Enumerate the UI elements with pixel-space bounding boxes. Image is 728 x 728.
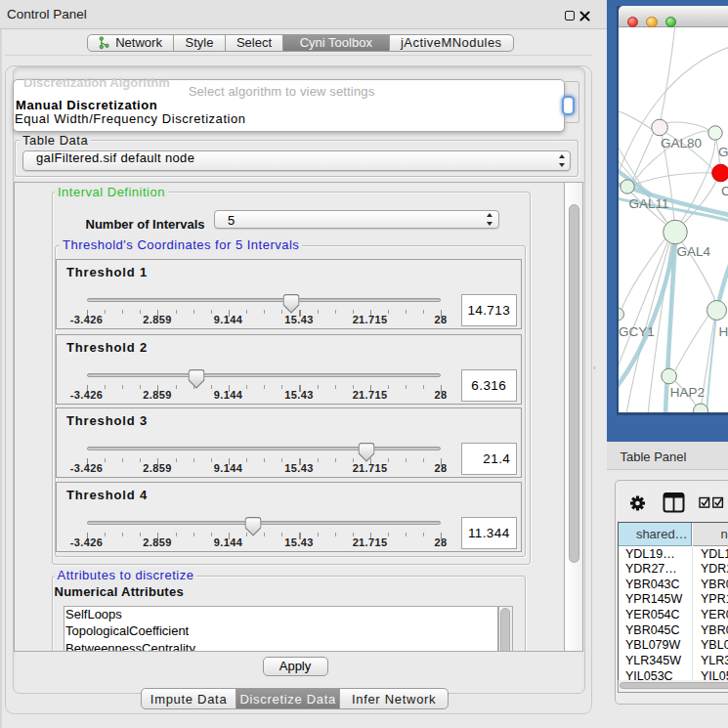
svg-text:GA: GA	[718, 145, 728, 159]
svg-text:C: C	[721, 184, 728, 198]
svg-text:H: H	[719, 323, 728, 338]
svg-text:GAL80: GAL80	[661, 136, 702, 150]
svg-text:GCY1: GCY1	[619, 324, 655, 339]
svg-text:GAL4: GAL4	[676, 243, 710, 258]
svg-text:HAP2: HAP2	[670, 385, 705, 400]
svg-text:GAL11: GAL11	[629, 195, 669, 210]
